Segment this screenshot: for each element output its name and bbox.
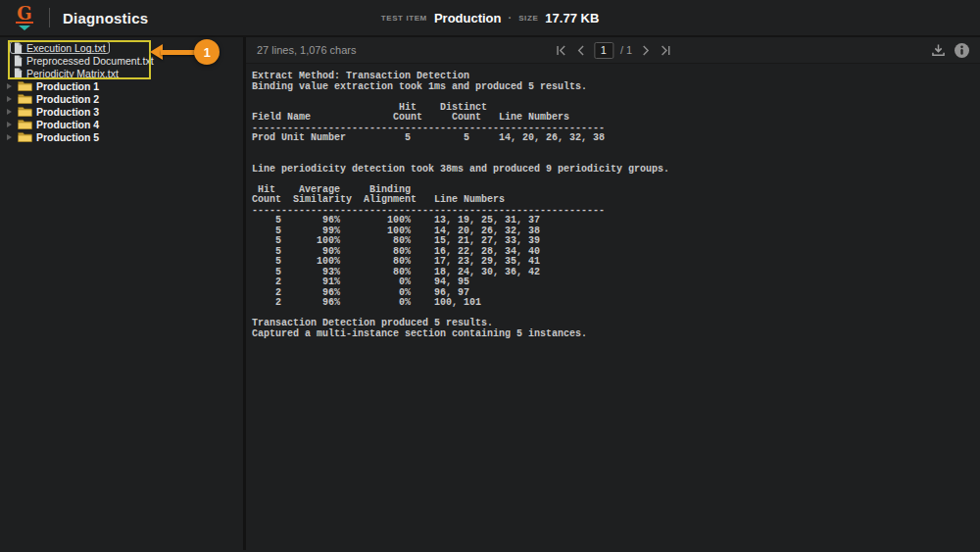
tree-folder-production-4[interactable]: Production 4 [0, 118, 243, 130]
tree-folder-production-3[interactable]: Production 3 [0, 105, 243, 118]
folder-icon [18, 131, 32, 142]
size-label: SIZE [518, 14, 538, 23]
file-label: Preprocessed Document.txt [26, 55, 154, 67]
chevron-right-icon[interactable] [7, 96, 12, 102]
header-bar: G Diagnostics TEST ITEM Production · SIZ… [0, 0, 980, 37]
tree-folder-production-1[interactable]: Production 1 [0, 79, 243, 92]
folder-label: Production 5 [36, 131, 99, 143]
previous-page-button[interactable] [574, 44, 587, 57]
last-page-icon [660, 45, 670, 56]
annotation-arrow-line [161, 50, 197, 55]
file-chip: Preprocessed Document.txt [10, 54, 158, 67]
log-viewer-panel: 27 lines, 1,076 chars / 1 [246, 37, 980, 550]
folder-icon [18, 106, 32, 117]
download-icon [931, 43, 946, 58]
download-button[interactable] [931, 43, 946, 58]
test-item-label: TEST ITEM [381, 14, 427, 23]
folder-label: Production 4 [36, 119, 99, 130]
log-text-viewer[interactable]: Extract Method: Transaction Detection Bi… [246, 64, 980, 550]
file-icon [14, 42, 23, 54]
file-icon [14, 55, 23, 67]
page-total: / 1 [620, 44, 632, 56]
chevron-right-icon[interactable] [7, 134, 12, 140]
test-item-meta: TEST ITEM Production · SIZE 17.77 KB [381, 0, 600, 35]
tree-folder-production-5[interactable]: Production 5 [0, 130, 243, 143]
tree-file-periodicity-matrix[interactable]: Periodicity Matrix.txt [0, 67, 243, 79]
folder-icon [18, 119, 32, 129]
folder-icon [18, 80, 32, 91]
file-icon [14, 68, 23, 79]
selected-file-outline: Execution Log.txt [10, 41, 110, 54]
file-label: Periodicity Matrix.txt [26, 68, 119, 79]
viewer-toolbar: 27 lines, 1,076 chars / 1 [246, 37, 980, 64]
diagnostics-window: G Diagnostics TEST ITEM Production · SIZ… [0, 0, 980, 552]
logo-g-icon: G [16, 5, 32, 24]
chevron-right-icon[interactable] [7, 83, 12, 89]
header-divider [49, 8, 50, 27]
size-value: 17.77 KB [545, 11, 599, 25]
folder-icon [18, 93, 32, 104]
chevron-right-icon [640, 45, 651, 56]
annotation-badge: 1 [194, 39, 220, 65]
folder-label: Production 3 [36, 106, 99, 118]
page-title: Diagnostics [63, 10, 148, 26]
chevron-left-icon [575, 45, 586, 56]
file-chip: Periodicity Matrix.txt [10, 67, 122, 79]
pagination-controls: / 1 [555, 42, 671, 59]
page-number-input[interactable] [594, 42, 613, 59]
file-label: Execution Log.txt [26, 42, 106, 54]
file-tree-sidebar: Execution Log.txt Preprocessed Document.… [0, 37, 246, 550]
next-page-button[interactable] [639, 44, 652, 57]
info-button[interactable] [955, 43, 969, 58]
tree-folder-production-2[interactable]: Production 2 [0, 92, 243, 105]
logo-teal-mark-icon [19, 25, 30, 30]
log-text-content: Extract Method: Transaction Detection Bi… [246, 64, 980, 339]
last-page-button[interactable] [659, 44, 671, 57]
first-page-button[interactable] [555, 44, 567, 57]
meta-separator-dot: · [509, 12, 513, 24]
app-logo: G [13, 5, 36, 30]
document-stats: 27 lines, 1,076 chars [257, 44, 357, 56]
folder-label: Production 1 [36, 80, 99, 92]
folder-label: Production 2 [36, 93, 99, 105]
chevron-right-icon[interactable] [7, 109, 12, 115]
first-page-icon [556, 45, 566, 56]
test-item-value: Production [434, 11, 502, 25]
toolbar-right-actions [931, 43, 969, 58]
chevron-right-icon[interactable] [7, 122, 12, 127]
info-icon [955, 43, 969, 58]
